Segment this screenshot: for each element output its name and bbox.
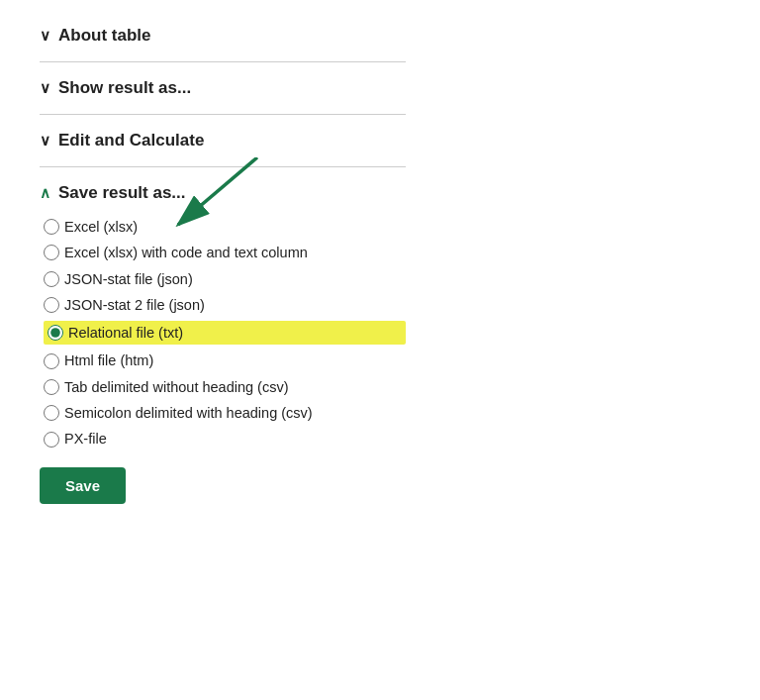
show-result-label: Show result as... [58,78,191,98]
list-item: Semicolon delimited with heading (csv) [44,403,406,423]
list-item: Excel (xlsx) with code and text column [44,243,406,262]
edit-calculate-chevron-icon: ∨ [40,132,50,150]
save-format-label[interactable]: Excel (xlsx) with code and text column [64,243,308,262]
list-item: PX-file [44,429,406,449]
save-format-radio[interactable] [48,325,63,341]
edit-calculate-section: ∨ Edit and Calculate [40,115,406,167]
list-item: Html file (htm) [44,350,406,370]
about-table-chevron-icon: ∨ [40,27,50,45]
show-result-header[interactable]: ∨ Show result as... [40,78,406,98]
save-format-label[interactable]: JSON-stat file (json) [64,269,193,289]
save-format-label[interactable]: Excel (xlsx) [64,217,138,237]
save-format-radio[interactable] [44,379,59,395]
about-table-header[interactable]: ∨ About table [40,26,406,46]
save-format-label[interactable]: Tab delimited without heading (csv) [64,377,288,397]
list-item: Relational file (txt) [44,321,406,345]
edit-calculate-label: Edit and Calculate [58,131,204,150]
save-result-section: ∧ Save result as... Excel (xlsx)Excel (x… [40,167,406,514]
save-format-radio[interactable] [44,353,59,369]
show-result-section: ∨ Show result as... [40,62,406,115]
save-format-radio[interactable] [44,405,59,421]
save-format-label[interactable]: Relational file (txt) [68,323,183,343]
main-container: ∨ About table ∨ Show result as... ∨ Edit… [0,0,426,534]
save-format-radio[interactable] [44,297,59,313]
about-table-section: ∨ About table [40,10,406,62]
save-format-radio[interactable] [44,245,59,260]
list-item: Tab delimited without heading (csv) [44,377,406,397]
show-result-chevron-icon: ∨ [40,79,50,97]
save-button[interactable]: Save [40,467,126,504]
list-item: Excel (xlsx) [44,217,406,237]
save-format-label[interactable]: JSON-stat 2 file (json) [64,295,205,315]
save-result-header[interactable]: ∧ Save result as... [40,183,406,203]
list-item: JSON-stat 2 file (json) [44,295,406,315]
save-format-radio[interactable] [44,219,59,235]
about-table-label: About table [58,26,151,46]
save-format-label[interactable]: Semicolon delimited with heading (csv) [64,403,313,423]
save-format-radio[interactable] [44,271,59,287]
list-item: JSON-stat file (json) [44,269,406,289]
save-format-label[interactable]: Html file (htm) [64,350,153,370]
save-options-list: Excel (xlsx)Excel (xlsx) with code and t… [40,217,406,450]
save-format-label[interactable]: PX-file [64,429,107,449]
save-format-radio[interactable] [44,432,59,448]
save-result-label: Save result as... [58,183,186,203]
edit-calculate-header[interactable]: ∨ Edit and Calculate [40,131,406,150]
save-result-chevron-icon: ∧ [40,184,50,202]
